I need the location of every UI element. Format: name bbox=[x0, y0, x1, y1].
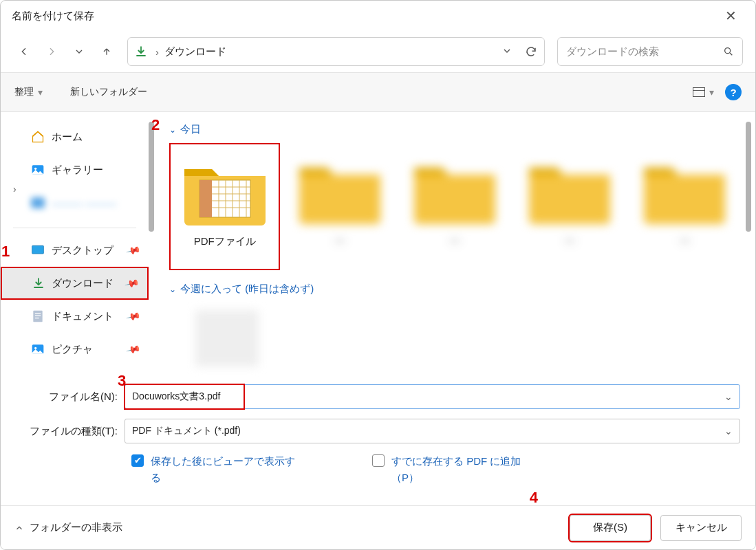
sidebar-label: ホーム bbox=[52, 131, 83, 144]
dialog-title: 名前を付けて保存 bbox=[12, 10, 717, 23]
chevron-right-icon: › bbox=[155, 46, 159, 58]
sidebar-label: ピクチャ bbox=[52, 343, 93, 356]
save-button[interactable]: 保存(S) bbox=[570, 515, 651, 541]
svg-rect-3 bbox=[32, 245, 44, 254]
downloads-icon bbox=[32, 277, 45, 289]
chevron-down-icon[interactable]: ⌄ bbox=[724, 426, 733, 437]
body: ホーム ギャラリー › ——— ——— 1 デスクトップ 📌 ダウンロード � bbox=[1, 112, 755, 377]
group-today[interactable]: ⌄今日 bbox=[169, 123, 740, 136]
svg-point-7 bbox=[34, 347, 36, 349]
footer: フォルダーの非表示 保存(S) キャンセル bbox=[1, 505, 755, 549]
filepane-scrollbar[interactable] bbox=[746, 122, 751, 232]
filetype-value: PDF ドキュメント (*.pdf) bbox=[132, 425, 724, 437]
file-item-blurred[interactable]: — bbox=[515, 143, 625, 270]
desktop-icon bbox=[31, 243, 45, 257]
sidebar-item-blurred[interactable]: ——— ——— bbox=[1, 186, 149, 219]
svg-rect-5 bbox=[33, 311, 42, 322]
file-label: PDFファイル bbox=[194, 235, 256, 248]
pin-icon: 📌 bbox=[124, 276, 140, 291]
sidebar-label: デスクトップ bbox=[52, 244, 114, 257]
chevron-down-icon: ⌄ bbox=[169, 125, 176, 135]
chevron-down-icon[interactable]: ⌄ bbox=[724, 391, 733, 402]
new-folder-button[interactable]: 新しいフォルダー bbox=[70, 86, 147, 98]
svg-rect-9 bbox=[199, 180, 212, 217]
file-item-pdf-folder[interactable]: PDFファイル bbox=[169, 143, 280, 270]
filename-input[interactable]: Docuworks文書3.pdf ⌄ bbox=[125, 384, 740, 409]
sidebar-label: ギャラリー bbox=[52, 164, 103, 177]
svg-point-0 bbox=[725, 48, 731, 54]
filetype-select[interactable]: PDF ドキュメント (*.pdf) ⌄ bbox=[125, 419, 740, 443]
sidebar: ホーム ギャラリー › ——— ——— 1 デスクトップ 📌 ダウンロード � bbox=[1, 112, 149, 377]
search-input[interactable]: ダウンロードの検索 bbox=[557, 37, 743, 66]
save-as-dialog: 名前を付けて保存 ✕ › ダウンロード ダウンロードの検索 整理▾ 新しいフォル… bbox=[0, 0, 756, 550]
cancel-button[interactable]: キャンセル bbox=[660, 515, 742, 541]
recent-button[interactable] bbox=[68, 41, 90, 63]
file-item-blurred[interactable]: — bbox=[629, 143, 740, 270]
chevron-up-icon bbox=[14, 523, 24, 533]
pin-icon: 📌 bbox=[125, 309, 141, 324]
breadcrumb-location: ダウンロード bbox=[164, 45, 226, 58]
filename-value: Docuworks文書3.pdf bbox=[132, 390, 724, 403]
file-item-blurred[interactable] bbox=[169, 302, 285, 371]
drive-icon bbox=[31, 197, 45, 208]
sidebar-label: ——— ——— bbox=[52, 197, 116, 209]
sidebar-label: ダウンロード bbox=[52, 277, 114, 290]
sidebar-item-documents[interactable]: ドキュメント 📌 bbox=[1, 300, 149, 333]
checkbox-open-after[interactable]: ✔ 保存した後にビューアで表示する bbox=[131, 453, 296, 486]
filetype-row: ファイルの種類(T): PDF ドキュメント (*.pdf) ⌄ bbox=[16, 419, 740, 443]
checkbox-icon: ✔ bbox=[131, 454, 144, 467]
organize-menu[interactable]: 整理▾ bbox=[14, 86, 43, 98]
chevron-down-icon: ⌄ bbox=[169, 285, 176, 294]
refresh-button[interactable] bbox=[525, 45, 537, 58]
breadcrumb: › ダウンロード bbox=[155, 45, 493, 58]
titlebar: 名前を付けて保存 ✕ bbox=[1, 1, 755, 31]
nav-row: › ダウンロード ダウンロードの検索 bbox=[1, 31, 755, 72]
toolbar: 整理▾ 新しいフォルダー ▾ ? bbox=[1, 72, 755, 112]
search-icon bbox=[723, 46, 734, 57]
search-placeholder: ダウンロードの検索 bbox=[566, 45, 723, 58]
file-pane: 2 ⌄今日 PDFファイル — — — — ⌄今週に入って (昨日は含めず) bbox=[149, 112, 755, 377]
sidebar-item-gallery[interactable]: ギャラリー bbox=[1, 153, 149, 186]
back-button[interactable] bbox=[13, 41, 35, 63]
checkbox-icon bbox=[372, 454, 385, 467]
document-icon bbox=[31, 309, 45, 323]
help-button[interactable]: ? bbox=[725, 84, 742, 100]
sidebar-label: ドキュメント bbox=[52, 310, 114, 323]
hide-folders-button[interactable]: フォルダーの非表示 bbox=[14, 521, 122, 534]
file-item-blurred[interactable]: — bbox=[284, 143, 395, 270]
pin-icon: 📌 bbox=[125, 342, 141, 357]
file-grid: PDFファイル — — — — bbox=[169, 143, 740, 270]
checkbox-label: すでに存在する PDF に追加（P） bbox=[391, 453, 537, 486]
pictures-icon bbox=[31, 342, 45, 356]
view-mode-button[interactable]: ▾ bbox=[693, 87, 714, 98]
field-area: 3 ファイル名(N): Docuworks文書3.pdf ⌄ ファイルの種類(T… bbox=[1, 377, 755, 486]
checkbox-row: ✔ 保存した後にビューアで表示する すでに存在する PDF に追加（P） bbox=[16, 453, 740, 486]
file-item-blurred[interactable]: — bbox=[400, 143, 510, 270]
folder-icon bbox=[180, 153, 270, 228]
filename-label: ファイル名(N): bbox=[16, 390, 125, 404]
sidebar-item-desktop[interactable]: デスクトップ 📌 bbox=[1, 234, 149, 267]
home-icon bbox=[31, 130, 45, 144]
close-button[interactable]: ✕ bbox=[717, 8, 744, 24]
address-bar[interactable]: › ダウンロード bbox=[127, 37, 545, 66]
group-this-week[interactable]: ⌄今週に入って (昨日は含めず) bbox=[169, 283, 740, 296]
hide-folders-label: フォルダーの非表示 bbox=[30, 521, 122, 534]
sidebar-item-downloads[interactable]: ダウンロード 📌 bbox=[1, 267, 149, 300]
checkbox-label: 保存した後にビューアで表示する bbox=[151, 453, 296, 486]
checkbox-append-existing[interactable]: すでに存在する PDF に追加（P） bbox=[372, 453, 537, 486]
downloads-icon bbox=[135, 45, 147, 58]
forward-button[interactable] bbox=[41, 41, 63, 63]
view-icon bbox=[693, 87, 705, 97]
annotation-4: 4 bbox=[530, 489, 538, 507]
pin-icon: 📌 bbox=[125, 243, 141, 258]
chevron-down-icon[interactable] bbox=[501, 45, 512, 58]
separator bbox=[13, 228, 136, 228]
sidebar-item-home[interactable]: ホーム bbox=[1, 120, 149, 153]
gallery-icon bbox=[31, 163, 45, 177]
svg-point-2 bbox=[34, 168, 36, 170]
annotation-2: 2 bbox=[151, 116, 160, 134]
sidebar-item-pictures[interactable]: ピクチャ 📌 bbox=[1, 333, 149, 366]
up-button[interactable] bbox=[96, 41, 118, 63]
annotation-1: 1 bbox=[1, 243, 10, 261]
filetype-label: ファイルの種類(T): bbox=[16, 425, 125, 438]
